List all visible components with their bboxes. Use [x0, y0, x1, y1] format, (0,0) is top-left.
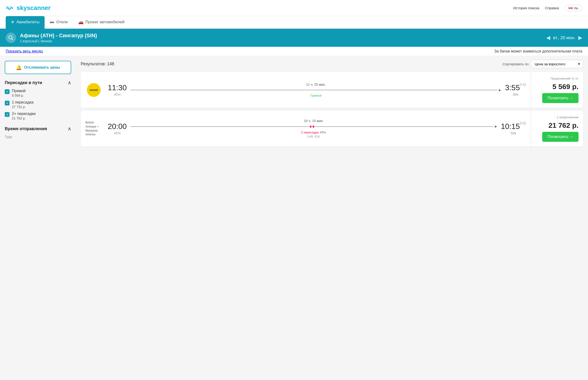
- day-offset-2: (+2): [520, 121, 526, 125]
- departure-sub-label: Туда: [5, 135, 71, 139]
- sidebar: 🔔 Отслеживать цены Пересадки в пути ∧ ✓ …: [0, 56, 76, 199]
- flight-times-2: 20:00 ATH 33 ч. 15 мин. ➤: [108, 119, 526, 138]
- one-stop-filter-label: 1 пересадка: [12, 100, 34, 105]
- search-route-info: Афины (ATH) - Сингапур (SIN) 1 взрослый …: [20, 33, 97, 43]
- sort-select[interactable]: Цена за взрослого Продолжительность Отпр…: [531, 60, 583, 68]
- hotels-tab-label: Отели: [56, 20, 68, 24]
- flight-line: ➤: [130, 88, 501, 92]
- filter-item-direct: ✓ Прямой 5 569 р.: [5, 89, 71, 97]
- one-stop-checkbox[interactable]: ✓: [5, 101, 9, 105]
- flight-card-main-2: British Airways + Malaysia Airlines 20:0…: [81, 111, 531, 147]
- stops-label-2: 2 пересадки: [301, 131, 319, 134]
- flight-middle: 11 ч. 25 мин. ➤ Прямой: [130, 83, 501, 97]
- arrive-airport-2: SIN: [501, 131, 526, 135]
- show-month-anchor[interactable]: Показать весь месяц: [6, 49, 43, 53]
- stop-dot-1: [310, 126, 312, 128]
- logo-waves-icon: [6, 3, 15, 13]
- search-bar: Афины (ATH) - Сингапур (SIN) 1 взрослый …: [0, 29, 588, 47]
- filter-item-two-plus: ✓ 2+ пересадки 21 762 р.: [5, 112, 71, 120]
- main-layout: 🔔 Отслеживать цены Пересадки в пути ∧ ✓ …: [0, 56, 588, 199]
- line-segment-left: [130, 126, 309, 127]
- track-prices-label: Отслеживать цены: [24, 65, 60, 70]
- airline-logo-2: British Airways + Malaysia Airlines: [85, 121, 102, 137]
- show-month-link[interactable]: Показать весь месяц: [6, 49, 43, 54]
- depart-airport: ATH: [108, 93, 127, 96]
- prev-date-button[interactable]: ◀: [546, 35, 550, 41]
- search-icon[interactable]: [6, 33, 16, 43]
- logo-text: skyscanner: [17, 4, 51, 12]
- search-route-sub: 1 взрослый | Эконом: [20, 39, 97, 43]
- stops-label: Прямой: [130, 94, 501, 97]
- stop-dots: [310, 126, 314, 128]
- cars-tab-label: Прокат автомобилей: [85, 20, 125, 24]
- arrive-time: 3:55(+1): [505, 83, 526, 92]
- svg-line-1: [12, 38, 13, 40]
- flight-card-right-2: 1 предложение 21 762 р. Посмотреть →: [531, 111, 583, 147]
- lang-label: ru-: [574, 6, 579, 10]
- departure-chevron-icon[interactable]: ∧: [68, 126, 71, 132]
- one-stop-filter-price: 27 731 р.: [12, 105, 34, 109]
- departure-filter-section: Время отправления ∧ Туда: [5, 126, 71, 139]
- class-label: Эконом: [40, 39, 52, 43]
- day-offset: (+1): [520, 82, 526, 86]
- search-date-nav: ◀ вт., 20 июн. ▶: [546, 35, 582, 41]
- stops-filter-title: Пересадки в пути ∧: [5, 80, 71, 85]
- flight-card: scoot 11:30 ATH 11 ч. 25 мин. ➤ Пря: [81, 72, 583, 108]
- header: skyscanner История поиска Справка ru-: [0, 0, 588, 16]
- info-bar: Показать весь месяц За багаж может взима…: [0, 47, 588, 56]
- price-value: 5 569 р.: [552, 83, 579, 91]
- flight-duration: 11 ч. 25 мин.: [130, 83, 501, 86]
- direct-filter-label: Прямой: [12, 89, 26, 93]
- results-count: Результатов: 148: [81, 61, 114, 67]
- stops-chevron-icon[interactable]: ∧: [68, 80, 71, 85]
- two-plus-filter-price: 21 762 р.: [12, 116, 36, 120]
- scoot-logo: scoot: [87, 83, 101, 97]
- sort-wrapper: Цена за взрослого Продолжительность Отпр…: [531, 60, 583, 68]
- tab-hotels[interactable]: 🛏 Отели: [45, 16, 73, 29]
- tab-cars[interactable]: 🚗 Прокат автомобилей: [73, 16, 130, 29]
- sort-control: Сортировать по Цена за взрослого Продолж…: [503, 60, 583, 68]
- view-button-label-2: Посмотреть →: [547, 135, 573, 139]
- depart-airport-2: ATH: [108, 131, 127, 135]
- current-date: вт., 20 июн.: [553, 35, 575, 40]
- stop-dot-2: [313, 126, 314, 128]
- stops-filter-section: Пересадки в пути ∧ ✓ Прямой 5 569 р. ✓ 1…: [5, 80, 71, 120]
- language-button[interactable]: ru-: [565, 5, 582, 11]
- passengers-label: 1 взрослый: [20, 39, 37, 43]
- view-button-2[interactable]: Посмотреть →: [542, 132, 579, 142]
- depart-time: 11:30: [108, 83, 127, 92]
- flight-card-2: British Airways + Malaysia Airlines 20:0…: [81, 111, 583, 147]
- flight-middle-2: 33 ч. 15 мин. ➤ 2 пересадки: [130, 119, 497, 138]
- flight-card-main: scoot 11:30 ATH 11 ч. 25 мин. ➤ Пря: [81, 72, 531, 108]
- tab-flights[interactable]: ✈ Авиабилеты: [6, 16, 45, 29]
- offers-text: Предложений: 8, от: [551, 77, 579, 80]
- help-link[interactable]: Справка: [545, 6, 559, 10]
- filter-item-one-stop: ✓ 1 пересадка 27 731 р.: [5, 100, 71, 109]
- arrow-right-icon-2: ➤: [494, 124, 497, 129]
- depart-block: 11:30 ATH: [108, 83, 127, 96]
- sort-label: Сортировать по: [503, 62, 529, 66]
- two-plus-checkbox[interactable]: ✓: [5, 112, 9, 117]
- arrive-airport: SIN: [505, 93, 526, 96]
- logo: skyscanner: [6, 3, 51, 13]
- track-prices-button[interactable]: 🔔 Отслеживать цены: [5, 61, 71, 74]
- stop-airports-detail: LHR, KUL: [130, 135, 497, 138]
- stop-airports-2: ATH,: [320, 131, 326, 134]
- search-route-text: Афины (ATH) - Сингапур (SIN): [20, 33, 97, 39]
- airline-logo: scoot: [85, 83, 102, 97]
- flight-duration-2: 33 ч. 15 мин.: [130, 119, 497, 123]
- next-date-button[interactable]: ▶: [578, 35, 582, 41]
- header-nav: История поиска Справка ru-: [513, 5, 582, 11]
- history-link[interactable]: История поиска: [513, 6, 539, 10]
- offers-text-2: 1 предложение: [557, 115, 579, 119]
- results-area: Результатов: 148 Сортировать по Цена за …: [76, 56, 588, 199]
- two-plus-filter-label: 2+ пересадки: [12, 112, 36, 116]
- flight-times: 11:30 ATH 11 ч. 25 мин. ➤ Прямой 3:55(: [108, 83, 526, 97]
- direct-checkbox[interactable]: ✓: [5, 89, 9, 94]
- view-button[interactable]: Посмотреть →: [542, 93, 579, 103]
- scoot-logo-text: scoot: [90, 88, 98, 92]
- arrive-time-2: 10:15(+2): [501, 122, 526, 131]
- arrive-block-2: 10:15(+2) SIN: [501, 122, 526, 135]
- hotels-tab-icon: 🛏: [50, 20, 54, 25]
- depart-time-2: 20:00: [108, 122, 127, 131]
